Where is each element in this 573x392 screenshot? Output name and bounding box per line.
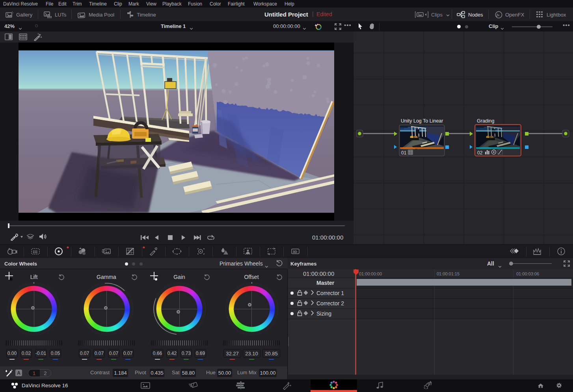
svg-text:02: 02 — [477, 150, 483, 156]
svg-text:fx: fx — [497, 13, 500, 17]
svg-text:01: 01 — [401, 150, 407, 156]
svg-text:Grading: Grading — [477, 118, 495, 124]
svg-text:3D: 3D — [293, 250, 298, 254]
svg-text:Unity Log To Linear: Unity Log To Linear — [401, 118, 443, 124]
